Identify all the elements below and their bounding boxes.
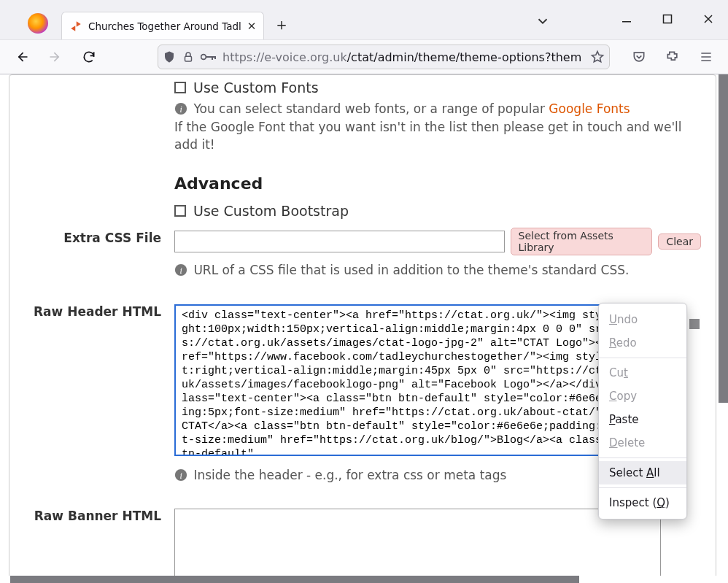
- raw-banner-textarea[interactable]: [174, 509, 661, 576]
- browser-chrome: Churches Together Around Tadl ✕ ＋ http: [0, 0, 728, 74]
- use-custom-bootstrap-label: Use Custom Bootstrap: [193, 203, 349, 219]
- ctx-undo[interactable]: Undo: [599, 308, 686, 331]
- forward-button[interactable]: [42, 45, 69, 69]
- pocket-icon[interactable]: [626, 45, 652, 69]
- ctx-redo[interactable]: Redo: [599, 331, 686, 355]
- svg-rect-5: [212, 56, 213, 60]
- extra-css-label: Extra CSS File: [9, 228, 174, 279]
- svg-rect-1: [664, 15, 672, 23]
- ctx-inspect[interactable]: Inspect (Q): [599, 491, 686, 514]
- fonts-help-text-2: If the Google Font that you want isn't i…: [174, 120, 682, 152]
- clear-button[interactable]: Clear: [658, 233, 701, 250]
- svg-point-3: [201, 55, 206, 60]
- raw-header-textarea[interactable]: [174, 304, 661, 456]
- minimize-button[interactable]: [614, 9, 639, 29]
- advanced-heading: Advanced: [9, 158, 716, 198]
- bookmark-icon[interactable]: [590, 50, 605, 64]
- ctx-select-all[interactable]: Select All: [599, 461, 686, 484]
- viewport-scrollbar-horizontal[interactable]: [3, 576, 718, 583]
- shield-icon[interactable]: [163, 50, 176, 63]
- textarea-scrollbar[interactable]: [689, 306, 700, 457]
- svg-rect-4: [206, 56, 214, 58]
- svg-text:i: i: [179, 471, 182, 480]
- info-icon: i: [174, 102, 187, 115]
- google-fonts-link[interactable]: Google Fonts: [549, 101, 630, 116]
- extra-css-input[interactable]: [174, 231, 505, 252]
- window-controls: [614, 9, 721, 29]
- ctx-separator: [599, 487, 686, 488]
- new-tab-button[interactable]: ＋: [268, 12, 295, 38]
- svg-rect-2: [185, 56, 192, 61]
- extra-css-help: URL of a CSS file that is used in additi…: [193, 263, 629, 277]
- url-bar[interactable]: https://e-voice.org.uk/ctat/admin/theme/…: [158, 45, 610, 69]
- svg-rect-0: [622, 21, 631, 23]
- close-tab-icon[interactable]: ✕: [247, 20, 257, 33]
- tab-title: Churches Together Around Tadl: [88, 20, 241, 32]
- svg-text:i: i: [179, 105, 182, 115]
- nav-bar: https://e-voice.org.uk/ctat/admin/theme/…: [0, 39, 728, 74]
- raw-header-help: Inside the header - e.g., for extra css …: [193, 468, 506, 482]
- viewport-scrollbar-vertical[interactable]: [719, 74, 728, 576]
- back-button[interactable]: [9, 45, 35, 69]
- use-custom-fonts-checkbox[interactable]: [174, 82, 186, 93]
- tab-favicon: [69, 20, 82, 33]
- raw-header-label: Raw Header HTML: [9, 304, 174, 484]
- close-button[interactable]: [696, 9, 721, 29]
- context-menu: Undo Redo Cut Copy Paste Delete Select A…: [598, 303, 687, 520]
- fonts-help-text: You can select standard web fonts, or a …: [193, 101, 549, 116]
- maximize-button[interactable]: [655, 9, 680, 29]
- extensions-icon[interactable]: [659, 45, 686, 69]
- ctx-cut[interactable]: Cut: [599, 361, 686, 385]
- permissions-icon[interactable]: [201, 52, 217, 62]
- tab-bar: Churches Together Around Tadl ✕ ＋: [0, 0, 728, 39]
- svg-rect-6: [214, 56, 216, 59]
- ctx-separator: [599, 457, 686, 458]
- browser-tab[interactable]: Churches Together Around Tadl ✕: [61, 12, 264, 39]
- menu-icon[interactable]: [693, 45, 719, 69]
- ctx-separator: [599, 358, 686, 358]
- firefox-icon: [28, 13, 48, 34]
- ctx-paste[interactable]: Paste: [599, 408, 686, 431]
- lock-icon[interactable]: [182, 50, 195, 63]
- svg-text:i: i: [179, 266, 182, 275]
- use-custom-bootstrap-checkbox[interactable]: [174, 205, 186, 217]
- reload-button[interactable]: [76, 45, 102, 69]
- info-icon: i: [174, 468, 187, 482]
- raw-banner-label: Raw Banner HTML: [9, 509, 174, 576]
- ctx-delete[interactable]: Delete: [599, 431, 686, 455]
- select-from-assets-button[interactable]: Select from Assets Library: [511, 228, 653, 255]
- info-icon: i: [174, 263, 187, 277]
- use-custom-fonts-label: Use Custom Fonts: [193, 80, 319, 96]
- tabs-dropdown-icon[interactable]: [535, 13, 551, 29]
- url-text: https://e-voice.org.uk/ctat/admin/theme/…: [222, 50, 584, 64]
- ctx-copy[interactable]: Copy: [599, 385, 686, 408]
